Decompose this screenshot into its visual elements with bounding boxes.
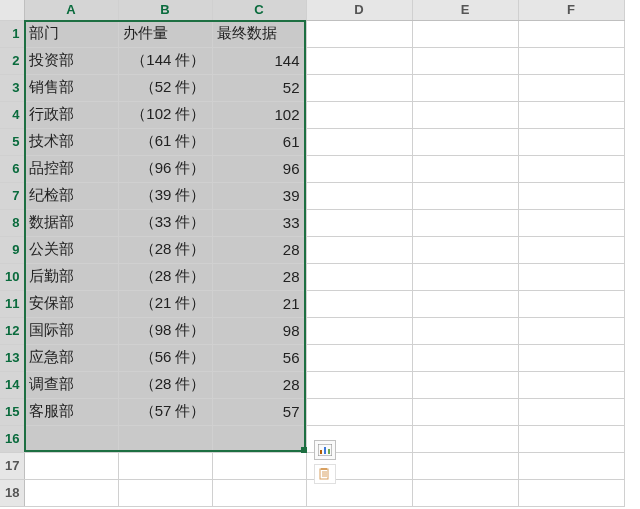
row-header-16[interactable]: 16 bbox=[0, 425, 24, 452]
cell-A9[interactable]: 公关部 bbox=[24, 236, 118, 263]
cell-E16[interactable] bbox=[412, 425, 518, 452]
cell-D8[interactable] bbox=[306, 209, 412, 236]
cell-B17[interactable] bbox=[118, 452, 212, 479]
cell-D12[interactable] bbox=[306, 317, 412, 344]
cell-A8[interactable]: 数据部 bbox=[24, 209, 118, 236]
col-header-C[interactable]: C bbox=[212, 0, 306, 20]
row-header-5[interactable]: 5 bbox=[0, 128, 24, 155]
row-header-1[interactable]: 1 bbox=[0, 20, 24, 47]
grid[interactable]: A B C D E F 1 部门 办件量 最终数据 2 投资部 （144 件） … bbox=[0, 0, 625, 507]
cell-B11[interactable]: （21 件） bbox=[118, 290, 212, 317]
cell-A15[interactable]: 客服部 bbox=[24, 398, 118, 425]
cell-F12[interactable] bbox=[518, 317, 624, 344]
cell-B8[interactable]: （33 件） bbox=[118, 209, 212, 236]
cell-A17[interactable] bbox=[24, 452, 118, 479]
paste-options-button[interactable] bbox=[314, 464, 336, 484]
cell-F16[interactable] bbox=[518, 425, 624, 452]
cell-E5[interactable] bbox=[412, 128, 518, 155]
row-header-4[interactable]: 4 bbox=[0, 101, 24, 128]
cell-C4[interactable]: 102 bbox=[212, 101, 306, 128]
cell-B18[interactable] bbox=[118, 479, 212, 506]
cell-B13[interactable]: （56 件） bbox=[118, 344, 212, 371]
cell-D6[interactable] bbox=[306, 155, 412, 182]
cell-F7[interactable] bbox=[518, 182, 624, 209]
select-all-corner[interactable] bbox=[0, 0, 24, 20]
cell-A11[interactable]: 安保部 bbox=[24, 290, 118, 317]
cell-F11[interactable] bbox=[518, 290, 624, 317]
cell-C18[interactable] bbox=[212, 479, 306, 506]
cell-A5[interactable]: 技术部 bbox=[24, 128, 118, 155]
cell-B7[interactable]: （39 件） bbox=[118, 182, 212, 209]
cell-F1[interactable] bbox=[518, 20, 624, 47]
cell-C6[interactable]: 96 bbox=[212, 155, 306, 182]
cell-A3[interactable]: 销售部 bbox=[24, 74, 118, 101]
cell-E6[interactable] bbox=[412, 155, 518, 182]
cell-D15[interactable] bbox=[306, 398, 412, 425]
cell-B1[interactable]: 办件量 bbox=[118, 20, 212, 47]
cell-A16[interactable] bbox=[24, 425, 118, 452]
cell-C7[interactable]: 39 bbox=[212, 182, 306, 209]
cell-C8[interactable]: 33 bbox=[212, 209, 306, 236]
row-header-18[interactable]: 18 bbox=[0, 479, 24, 506]
cell-A1[interactable]: 部门 bbox=[24, 20, 118, 47]
row-header-12[interactable]: 12 bbox=[0, 317, 24, 344]
cell-E15[interactable] bbox=[412, 398, 518, 425]
cell-F15[interactable] bbox=[518, 398, 624, 425]
cell-F6[interactable] bbox=[518, 155, 624, 182]
row-header-15[interactable]: 15 bbox=[0, 398, 24, 425]
cell-B2[interactable]: （144 件） bbox=[118, 47, 212, 74]
cell-E13[interactable] bbox=[412, 344, 518, 371]
cell-E14[interactable] bbox=[412, 371, 518, 398]
cell-D14[interactable] bbox=[306, 371, 412, 398]
cell-F5[interactable] bbox=[518, 128, 624, 155]
row-header-14[interactable]: 14 bbox=[0, 371, 24, 398]
cell-E8[interactable] bbox=[412, 209, 518, 236]
cell-E7[interactable] bbox=[412, 182, 518, 209]
cell-A6[interactable]: 品控部 bbox=[24, 155, 118, 182]
cell-D10[interactable] bbox=[306, 263, 412, 290]
quick-analysis-button[interactable] bbox=[314, 440, 336, 460]
cell-E9[interactable] bbox=[412, 236, 518, 263]
cell-A2[interactable]: 投资部 bbox=[24, 47, 118, 74]
row-header-6[interactable]: 6 bbox=[0, 155, 24, 182]
cell-A10[interactable]: 后勤部 bbox=[24, 263, 118, 290]
cell-D11[interactable] bbox=[306, 290, 412, 317]
row-header-11[interactable]: 11 bbox=[0, 290, 24, 317]
col-header-E[interactable]: E bbox=[412, 0, 518, 20]
col-header-F[interactable]: F bbox=[518, 0, 624, 20]
cell-F2[interactable] bbox=[518, 47, 624, 74]
col-header-B[interactable]: B bbox=[118, 0, 212, 20]
cell-F3[interactable] bbox=[518, 74, 624, 101]
cell-C3[interactable]: 52 bbox=[212, 74, 306, 101]
cell-C9[interactable]: 28 bbox=[212, 236, 306, 263]
row-header-2[interactable]: 2 bbox=[0, 47, 24, 74]
col-header-D[interactable]: D bbox=[306, 0, 412, 20]
cell-E12[interactable] bbox=[412, 317, 518, 344]
cell-C14[interactable]: 28 bbox=[212, 371, 306, 398]
row-header-13[interactable]: 13 bbox=[0, 344, 24, 371]
cell-F18[interactable] bbox=[518, 479, 624, 506]
cell-A4[interactable]: 行政部 bbox=[24, 101, 118, 128]
cell-B5[interactable]: （61 件） bbox=[118, 128, 212, 155]
row-header-8[interactable]: 8 bbox=[0, 209, 24, 236]
cell-B4[interactable]: （102 件） bbox=[118, 101, 212, 128]
row-header-7[interactable]: 7 bbox=[0, 182, 24, 209]
cell-F17[interactable] bbox=[518, 452, 624, 479]
cell-F14[interactable] bbox=[518, 371, 624, 398]
cell-D4[interactable] bbox=[306, 101, 412, 128]
row-header-17[interactable]: 17 bbox=[0, 452, 24, 479]
cell-A13[interactable]: 应急部 bbox=[24, 344, 118, 371]
cell-D7[interactable] bbox=[306, 182, 412, 209]
cell-C1[interactable]: 最终数据 bbox=[212, 20, 306, 47]
cell-F13[interactable] bbox=[518, 344, 624, 371]
cell-D13[interactable] bbox=[306, 344, 412, 371]
cell-B12[interactable]: （98 件） bbox=[118, 317, 212, 344]
cell-B3[interactable]: （52 件） bbox=[118, 74, 212, 101]
cell-F4[interactable] bbox=[518, 101, 624, 128]
cell-F9[interactable] bbox=[518, 236, 624, 263]
row-header-9[interactable]: 9 bbox=[0, 236, 24, 263]
cell-B14[interactable]: （28 件） bbox=[118, 371, 212, 398]
cell-B15[interactable]: （57 件） bbox=[118, 398, 212, 425]
cell-A18[interactable] bbox=[24, 479, 118, 506]
cell-E1[interactable] bbox=[412, 20, 518, 47]
